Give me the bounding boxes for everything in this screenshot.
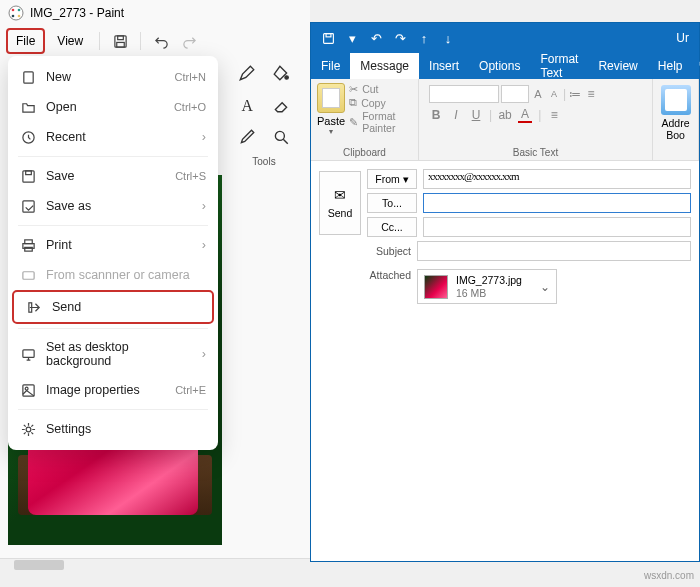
fill-tool-icon[interactable] [268, 60, 294, 86]
font-color-icon[interactable]: A [518, 107, 532, 123]
send-button[interactable]: ✉ Send [319, 171, 361, 235]
picker-tool-icon[interactable] [234, 124, 260, 150]
outlook-window: ▾ ↶ ↷ ↑ ↓ Ur FileMessageInsertOptionsFor… [310, 22, 700, 562]
grow-font-icon[interactable]: A [531, 88, 545, 100]
tell-me[interactable]: ♡Tell m [692, 53, 700, 79]
attachment-size: 16 MB [456, 287, 522, 300]
subject-field[interactable] [417, 241, 691, 261]
text-tool-icon[interactable]: A [234, 92, 260, 118]
tab-file[interactable]: File [311, 53, 350, 79]
save-icon [20, 168, 36, 184]
svg-point-10 [275, 131, 284, 140]
paint-window: IMG_2773 - Paint File View A Tools NewCt… [0, 0, 310, 570]
attachment-name: IMG_2773.jpg [456, 274, 522, 287]
from-button[interactable]: From ▾ [367, 169, 417, 189]
outlook-title: Ur [465, 31, 693, 45]
tab-help[interactable]: Help [648, 53, 693, 79]
new-icon [20, 69, 36, 85]
svg-point-2 [18, 9, 21, 12]
to-button[interactable]: To... [367, 193, 417, 213]
save-icon[interactable] [108, 29, 132, 53]
cut-icon: ✂ [349, 83, 358, 95]
font-size-select[interactable] [501, 85, 529, 103]
underline-button[interactable]: U [469, 108, 483, 122]
ribbon: Paste ▾ ✂Cut ⧉Copy ✎Format Painter Clipb… [311, 79, 699, 161]
menu-item-open[interactable]: OpenCtrl+O [8, 92, 218, 122]
svg-rect-13 [22, 170, 33, 181]
italic-button[interactable]: I [449, 108, 463, 122]
tab-message[interactable]: Message [350, 53, 419, 79]
menu-item-save[interactable]: SaveCtrl+S [8, 161, 218, 191]
send-icon: ✉ [334, 187, 346, 203]
attachment-chip[interactable]: IMG_2773.jpg 16 MB ⌄ [417, 269, 557, 304]
watermark: wsxdn.com [644, 570, 694, 581]
chevron-right-icon: › [202, 199, 206, 213]
svg-rect-25 [323, 33, 333, 43]
send-icon [26, 299, 42, 315]
svg-point-0 [9, 6, 23, 20]
divider [99, 32, 100, 50]
menu-item-desktop[interactable]: Set as desktop background› [8, 333, 218, 375]
tab-format-text[interactable]: Format Text [530, 53, 588, 79]
menu-item-label: Image properties [46, 383, 165, 397]
separator [18, 156, 208, 157]
scrollbar-horizontal[interactable] [0, 558, 310, 570]
cc-field[interactable] [423, 217, 691, 237]
pencil-tool-icon[interactable] [234, 60, 260, 86]
shortcut: Ctrl+O [174, 101, 206, 113]
menu-item-settings[interactable]: Settings [8, 414, 218, 444]
align-left-icon[interactable]: ≡ [547, 108, 561, 122]
chevron-down-icon[interactable]: ⌄ [540, 280, 550, 294]
prev-icon[interactable]: ↑ [413, 27, 435, 49]
undo-icon[interactable]: ↶ [365, 27, 387, 49]
paste-button[interactable]: Paste ▾ [317, 83, 345, 136]
menu-item-recent[interactable]: Recent› [8, 122, 218, 152]
paint-titlebar: IMG_2773 - Paint [0, 0, 310, 26]
menu-view[interactable]: View [49, 30, 91, 52]
save-icon[interactable] [317, 27, 339, 49]
open-icon [20, 99, 36, 115]
menu-item-send[interactable]: Send [12, 290, 214, 324]
menu-item-label: Send [52, 300, 200, 314]
props-icon [20, 382, 36, 398]
redo-icon[interactable]: ↷ [389, 27, 411, 49]
menu-item-new[interactable]: NewCtrl+N [8, 62, 218, 92]
highlight-icon[interactable]: ab [498, 108, 512, 122]
eraser-tool-icon[interactable] [268, 92, 294, 118]
shrink-font-icon[interactable]: A [547, 89, 561, 99]
tab-review[interactable]: Review [588, 53, 647, 79]
menu-item-saveas[interactable]: Save as› [8, 191, 218, 221]
menu-item-print[interactable]: Print› [8, 230, 218, 260]
menu-item-label: Print [46, 238, 192, 252]
menu-item-label: From scannner or camera [46, 268, 206, 282]
tab-options[interactable]: Options [469, 53, 530, 79]
bold-button[interactable]: B [429, 108, 443, 122]
attachment-thumb-icon [424, 275, 448, 299]
svg-rect-11 [23, 71, 32, 82]
next-icon[interactable]: ↓ [437, 27, 459, 49]
chevron-right-icon: › [202, 238, 206, 252]
cc-button[interactable]: Cc... [367, 217, 417, 237]
format-painter-button: ✎Format Painter [349, 110, 412, 134]
print-icon [20, 237, 36, 253]
separator [18, 225, 208, 226]
svg-rect-14 [25, 170, 31, 174]
bullets-icon[interactable]: ≔ [568, 87, 582, 101]
zoom-tool-icon[interactable] [268, 124, 294, 150]
address-book-icon[interactable] [661, 85, 691, 115]
menu-file[interactable]: File [6, 28, 45, 54]
font-family-select[interactable] [429, 85, 499, 103]
tab-insert[interactable]: Insert [419, 53, 469, 79]
to-field[interactable] [423, 193, 691, 213]
svg-point-24 [26, 427, 31, 432]
brush-icon: ✎ [349, 116, 358, 128]
menu-item-label: Save as [46, 199, 192, 213]
separator [18, 409, 208, 410]
menu-item-props[interactable]: Image propertiesCtrl+E [8, 375, 218, 405]
shortcut: Ctrl+N [175, 71, 206, 83]
qat-dropdown-icon[interactable]: ▾ [341, 27, 363, 49]
svg-rect-7 [116, 42, 124, 47]
numbering-icon[interactable]: ≡ [584, 87, 598, 101]
from-field[interactable]: xxxxxxxx@xxxxxx.xxm [423, 169, 691, 189]
undo-icon[interactable] [149, 29, 173, 53]
